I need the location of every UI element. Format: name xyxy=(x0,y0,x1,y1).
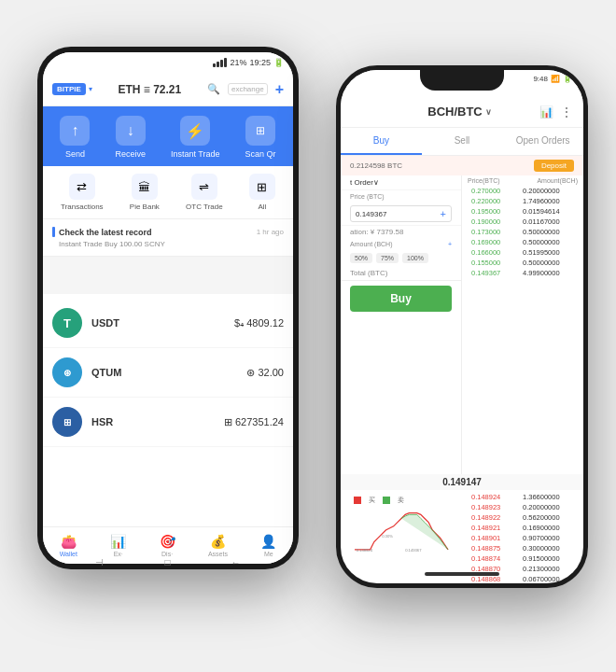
exchange-label[interactable]: exchange xyxy=(228,83,268,95)
buy-amount-7: 0.91500000 xyxy=(523,554,560,563)
pie-bank-action[interactable]: 🏛 Pie Bank xyxy=(130,174,160,211)
chart-icon[interactable]: 📊 xyxy=(539,105,553,119)
wallet-nav-label: Wallet xyxy=(60,551,77,557)
pct-75[interactable]: 75% xyxy=(376,253,399,263)
qtum-balance: ⊛ 32.00 xyxy=(246,367,284,379)
price-plus[interactable]: + xyxy=(441,208,446,219)
svg-text:0.148924: 0.148924 xyxy=(357,548,373,553)
asset-qtum[interactable]: ⊛ QTUM ⊛ 32.00 xyxy=(43,348,293,398)
back-recent-icon: ⊣ xyxy=(95,557,104,567)
buy-amount-4: 0.16900000 xyxy=(523,524,560,532)
search-icon[interactable]: 🔍 xyxy=(207,83,220,95)
home-btn: □ xyxy=(164,557,170,567)
signal-pct: 21% xyxy=(230,58,246,67)
empty-space xyxy=(43,257,293,294)
all-icon: ⊞ xyxy=(249,174,275,200)
sell-row-1: 0.270000 0.20000000 xyxy=(462,186,583,196)
tab-buy[interactable]: Buy xyxy=(341,128,422,155)
record-header: Check the latest record 1 hr ago xyxy=(52,227,284,237)
order-form: t Order ∨ Price (BTC) 0.149367 + ation: … xyxy=(341,175,462,474)
nav-assets[interactable]: 💰 Assets xyxy=(208,534,228,557)
pct-50[interactable]: 50% xyxy=(350,253,372,263)
buy-price-4: 0.148921 xyxy=(471,524,523,532)
all-action[interactable]: ⊞ All xyxy=(249,174,275,211)
nav-discover[interactable]: 🎯 Dis· xyxy=(160,534,175,557)
iphone-status: 9:48 📶 🔋 xyxy=(533,75,572,83)
buy-price-9: 0.148868 xyxy=(471,575,523,583)
price-value: 0.149367 xyxy=(356,210,386,218)
buy-price-1: 0.148924 xyxy=(471,493,523,501)
instant-trade-action[interactable]: ⚡ Instant Trade xyxy=(171,116,220,159)
me-nav-icon: 👤 xyxy=(260,534,276,549)
chart-book-section: 买 卖 0.148924 0.149367 0.30% xyxy=(341,490,583,583)
sell-price-3: 0.195000 xyxy=(471,207,523,216)
android-home-bar: ⊣ □ ← xyxy=(37,557,299,567)
book-amount-col: Amount(BCH) xyxy=(537,177,578,184)
buy-amount-2: 0.20000000 xyxy=(523,503,560,511)
buy-button[interactable]: Buy xyxy=(350,286,452,312)
book-legend: 买 卖 xyxy=(344,494,458,507)
order-type-label: t Order xyxy=(350,178,373,187)
deposit-bar: 0.2124598 BTC Deposit xyxy=(341,156,583,175)
hsr-balance: ⊞ 627351.24 xyxy=(224,416,284,428)
phones-container: 21% 19:25 🔋 BITPIE ▾ ETH ≡ 72.21 🔍 excha… xyxy=(19,19,597,653)
iphone-header-icons: 📊 ⋮ xyxy=(539,105,572,119)
assets-list: T USDT $₄ 4809.12 ⊛ QTUM ⊛ 32.00 ⊞ HSR ⊞… xyxy=(43,294,293,452)
amount-plus[interactable]: + xyxy=(448,241,452,247)
order-type-chevron: ∨ xyxy=(373,178,379,187)
buy-amount-1: 1.36600000 xyxy=(523,493,560,501)
discover-nav-label: Dis· xyxy=(161,551,173,557)
tab-open-orders[interactable]: Open Orders xyxy=(502,128,583,155)
sell-amount-8: 0.50000000 xyxy=(523,259,560,267)
pct-100[interactable]: 100% xyxy=(402,253,428,263)
nav-wallet[interactable]: 👛 Wallet xyxy=(60,534,77,557)
scan-qr-action[interactable]: ⊞ Scan Qr xyxy=(245,116,275,159)
signal-bars xyxy=(213,58,227,67)
sell-amount-1: 0.20000000 xyxy=(523,187,560,195)
order-book: Price(BTC) Amount(BCH) 0.270000 0.200000… xyxy=(462,175,583,474)
asset-hsr[interactable]: ⊞ HSR ⊞ 627351.24 xyxy=(43,398,293,447)
trade-tabs: Buy Sell Open Orders xyxy=(341,128,583,156)
menu-icon[interactable]: ⋮ xyxy=(561,105,572,119)
wallet-nav-icon: 👛 xyxy=(61,534,77,549)
buy-price-3: 0.148922 xyxy=(471,513,523,522)
nav-exchange[interactable]: 📊 Ex· xyxy=(110,534,126,557)
sell-amount-4: 0.01167000 xyxy=(523,217,560,226)
buy-price-6: 0.148875 xyxy=(471,544,523,553)
otc-trade-action[interactable]: ⇌ OTC Trade xyxy=(186,174,223,211)
iphone-header: BCH/BTC ∨ 📊 ⋮ xyxy=(341,96,583,128)
sell-amount-7: 0.51995000 xyxy=(523,248,560,257)
otc-trade-label: OTC Trade xyxy=(186,203,223,211)
tab-sell[interactable]: Sell xyxy=(422,128,503,155)
buy-legend-label: 买 xyxy=(369,496,375,505)
sell-price-2: 0.220000 xyxy=(471,197,523,205)
status-time: 19:25 xyxy=(249,58,271,67)
iphone-time: 9:48 xyxy=(533,75,548,83)
buy-row-4: 0.148921 0.16900000 xyxy=(462,523,583,533)
qtum-name: QTUM xyxy=(91,367,246,378)
iphone-notch-area: 9:48 📶 🔋 xyxy=(341,70,583,96)
add-button[interactable]: + xyxy=(275,81,284,98)
deposit-button[interactable]: Deposit xyxy=(534,160,574,172)
sell-amount-6: 0.50000000 xyxy=(523,238,560,246)
sell-amount-2: 1.74960000 xyxy=(523,197,560,205)
wifi-icon: 📶 xyxy=(551,75,560,83)
scan-qr-label: Scan Qr xyxy=(245,149,275,159)
exchange-nav-icon: 📊 xyxy=(110,534,126,549)
transactions-action[interactable]: ⇄ Transactions xyxy=(61,174,104,211)
buy-row-7: 0.148874 0.91500000 xyxy=(462,553,583,564)
send-action[interactable]: ↑ Send xyxy=(60,116,90,159)
order-estimation: ation: ¥ 7379.58 xyxy=(341,226,461,238)
receive-action[interactable]: ↓ Receive xyxy=(115,116,146,159)
record-title: Check the latest record xyxy=(52,227,152,237)
buy-row-6: 0.148875 0.30000000 xyxy=(462,543,583,553)
pair-title[interactable]: BCH/BTC ∨ xyxy=(427,105,492,119)
otc-trade-icon: ⇌ xyxy=(191,174,217,200)
iphone-home-indicator xyxy=(425,572,499,576)
asset-usdt[interactable]: T USDT $₄ 4809.12 xyxy=(43,299,293,348)
assets-nav-icon: 💰 xyxy=(210,534,226,549)
price-input[interactable]: 0.149367 + xyxy=(350,205,452,222)
secondary-actions: ⇄ Transactions 🏛 Pie Bank ⇌ OTC Trade ⊞ … xyxy=(43,166,293,219)
buy-legend-dot xyxy=(354,497,361,504)
nav-me[interactable]: 👤 Me xyxy=(260,534,276,557)
